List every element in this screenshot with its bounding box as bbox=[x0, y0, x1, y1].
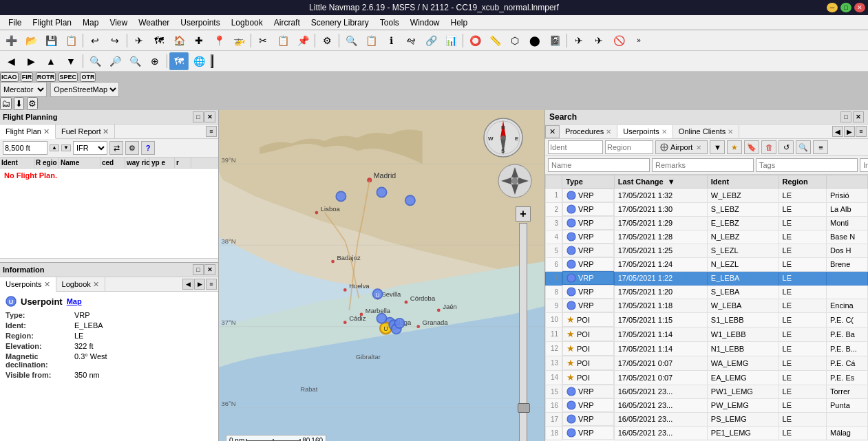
tb-saveas-btn[interactable]: 📋 bbox=[61, 32, 81, 50]
tb-cut-btn[interactable]: ✂ bbox=[253, 32, 273, 50]
tb2-fir-btn[interactable]: FIR bbox=[21, 72, 34, 82]
tb2-zoom-in-btn[interactable]: 🔎 bbox=[105, 52, 125, 70]
info-tab-logbook[interactable]: Logbook ✕ bbox=[56, 277, 105, 291]
fp-swap-btn[interactable]: ⇄ bbox=[109, 141, 123, 155]
menu-file[interactable]: File bbox=[3, 17, 27, 29]
tb2-sat-btn[interactable]: 🌐 bbox=[189, 52, 209, 70]
tb-settings-btn[interactable]: ⚙ bbox=[317, 32, 337, 50]
tb2-back-btn[interactable]: ◀ bbox=[1, 52, 21, 70]
menu-window[interactable]: Window bbox=[405, 17, 445, 29]
menu-weather[interactable]: Weather bbox=[133, 17, 175, 29]
tab-scroll-left-btn[interactable]: ◀ bbox=[832, 126, 843, 137]
zoom-in-btn[interactable]: + bbox=[516, 206, 531, 222]
altitude-input[interactable] bbox=[3, 141, 47, 155]
zoom-thumb[interactable] bbox=[518, 403, 530, 413]
fp-tab-fuelreport-close[interactable]: ✕ bbox=[103, 127, 109, 136]
tb2-spec-btn[interactable]: SPEC bbox=[59, 72, 78, 82]
filter-delete-btn[interactable]: 🗑 bbox=[761, 140, 776, 154]
tb-open-btn[interactable]: 📂 bbox=[21, 32, 41, 50]
tb-ai1-btn[interactable]: ✈ bbox=[569, 32, 589, 50]
tb2-layers-btn[interactable]: 🗂 bbox=[0, 97, 12, 110]
tb2-down-btn[interactable]: ▼ bbox=[61, 52, 81, 70]
menu-tools[interactable]: Tools bbox=[374, 17, 405, 29]
zoom-track[interactable] bbox=[519, 223, 527, 441]
table-row[interactable]: 13 ★ POI 17/05/2021 0:07 WA_LEMG LE P.E.… bbox=[546, 356, 868, 370]
projection-select[interactable]: Mercator Spherical bbox=[0, 82, 47, 97]
tb-connect-btn[interactable]: 🔗 bbox=[421, 32, 441, 50]
airport-filter-clear-btn[interactable]: ✕ bbox=[695, 144, 703, 151]
col-lastchange[interactable]: Last Change ▼ bbox=[614, 175, 707, 189]
table-row[interactable]: 8 VRP 17/05/2021 1:20 S_LEBA LE bbox=[546, 285, 868, 299]
table-row[interactable]: 14 ★ POI 17/05/2021 0:07 EA_LEMG LE P.E.… bbox=[546, 370, 868, 385]
filter-menu-btn[interactable]: ≡ bbox=[813, 140, 828, 154]
airport-filter-btn[interactable]: Airport ✕ bbox=[655, 140, 708, 154]
tb-procedures-btn[interactable]: 📋 bbox=[361, 32, 381, 50]
tb2-otr-btn[interactable]: OTR bbox=[80, 72, 96, 82]
search-restore-btn[interactable]: □ bbox=[840, 111, 851, 122]
fp-tabs-extra-btn[interactable]: ≡ bbox=[206, 126, 217, 137]
altitude-up-btn[interactable]: ▲ bbox=[50, 144, 59, 151]
close-button[interactable]: ✕ bbox=[854, 3, 865, 12]
tb2-settings2-btn[interactable]: ⚙ bbox=[27, 97, 38, 110]
tags-filter-input[interactable] bbox=[756, 158, 858, 172]
info-tabs-extra-btn[interactable]: ≡ bbox=[206, 279, 217, 290]
tb-logbook-btn[interactable]: 📓 bbox=[545, 32, 564, 50]
table-row[interactable]: 10 ★ POI 17/05/2021 1:15 S1_LEBB LE P.E.… bbox=[546, 312, 868, 327]
tb2-icao-btn[interactable]: ICAO bbox=[0, 72, 19, 82]
table-row[interactable]: 9 VRP 17/05/2021 1:18 W_LEBA LE Encina bbox=[546, 299, 868, 312]
filter-search-btn[interactable]: 🔍 bbox=[796, 140, 811, 154]
search-close-btn[interactable]: ✕ bbox=[853, 111, 864, 122]
tb2-download-btn[interactable]: ⬇ bbox=[14, 97, 24, 110]
tb-route-btn[interactable]: 🗺 bbox=[149, 32, 169, 50]
tb-save-btn[interactable]: 💾 bbox=[41, 32, 61, 50]
tb-airport-btn[interactable]: ✈ bbox=[129, 32, 149, 50]
tb-home-btn[interactable]: 🏠 bbox=[169, 32, 189, 50]
table-row[interactable]: 1 VRP 17/05/2021 1:32 W_LEBZ LE Prisió bbox=[546, 189, 868, 203]
info-tab-userpoints[interactable]: Userpoints ✕ bbox=[0, 277, 56, 292]
menu-logbook[interactable]: Logbook bbox=[226, 17, 268, 29]
maximize-button[interactable]: □ bbox=[840, 3, 851, 12]
region-filter-input[interactable] bbox=[605, 140, 653, 154]
table-row[interactable]: 16 VRP 16/05/2021 23... PW_LEMG LE Punta bbox=[546, 398, 868, 412]
tb-copy-btn[interactable]: 📋 bbox=[273, 32, 293, 50]
tb-sim-btn[interactable]: 🛩 bbox=[401, 32, 421, 50]
col-region[interactable]: Region bbox=[779, 175, 826, 189]
table-row[interactable]: 12 ★ POI 17/05/2021 1:14 N1_LEBB LE P.E.… bbox=[546, 341, 868, 356]
menu-map[interactable]: Map bbox=[77, 17, 104, 29]
info-map-link[interactable]: Map bbox=[67, 297, 82, 305]
import-filter-input[interactable] bbox=[860, 158, 868, 172]
fp-calc-btn[interactable]: ⚙ bbox=[125, 141, 139, 155]
filter-bookmark-btn[interactable]: 🔖 bbox=[744, 140, 759, 154]
fp-resize-handle[interactable] bbox=[0, 258, 218, 262]
tb-waypoint-btn[interactable]: 📍 bbox=[209, 32, 229, 50]
info-restore-btn[interactable]: □ bbox=[193, 264, 204, 275]
minimize-button[interactable]: ─ bbox=[827, 3, 838, 12]
col-type[interactable]: Type bbox=[562, 175, 615, 189]
tb-aircraft-btn[interactable]: 🚁 bbox=[229, 32, 248, 50]
tb-search-btn[interactable]: 🔍 bbox=[341, 32, 361, 50]
filter-toggle-btn[interactable]: ▼ bbox=[710, 140, 725, 154]
tb2-zoom-all-btn[interactable]: ⊕ bbox=[145, 52, 165, 70]
menu-help[interactable]: Help bbox=[445, 17, 474, 29]
tb-undo-btn[interactable]: ↩ bbox=[85, 32, 105, 50]
tb-holding-btn[interactable]: ⬡ bbox=[505, 32, 525, 50]
fp-close-btn[interactable]: ✕ bbox=[204, 111, 215, 122]
col-extra[interactable] bbox=[827, 175, 868, 189]
tb-paste-btn[interactable]: 📌 bbox=[293, 32, 313, 50]
tb2-zoom-home-btn[interactable]: 🔍 bbox=[85, 52, 105, 70]
tb-new-btn[interactable]: ➕ bbox=[1, 32, 21, 50]
menu-flightplan[interactable]: Flight Plan bbox=[27, 17, 77, 29]
tb-info-btn[interactable]: ℹ bbox=[381, 32, 401, 50]
map-area[interactable]: Madrid Lisboa Badajoz Huelva Sevilla Cór… bbox=[219, 110, 544, 441]
table-row[interactable]: 6 VRP 17/05/2021 1:24 N_LEZL LE Brene bbox=[546, 257, 868, 271]
fp-tab-fuelreport[interactable]: Fuel Report ✕ bbox=[56, 125, 115, 138]
tb-more-btn[interactable]: » bbox=[629, 32, 648, 50]
info-tab-userpoints-close[interactable]: ✕ bbox=[44, 280, 50, 289]
altitude-down-btn[interactable]: ▼ bbox=[61, 144, 71, 151]
tb-ai3-btn[interactable]: 🚫 bbox=[609, 32, 628, 50]
fp-tab-flightplan-close[interactable]: ✕ bbox=[43, 127, 50, 136]
tb-range-btn[interactable]: ⭕ bbox=[465, 32, 485, 50]
table-row[interactable]: 18 VRP 16/05/2021 23... PE1_LEMG LE Mála… bbox=[546, 426, 868, 440]
results-scroll[interactable]: Type Last Change ▼ Ident Region 1 bbox=[545, 175, 868, 441]
tab-close-all-btn[interactable]: ✕ bbox=[545, 125, 560, 138]
